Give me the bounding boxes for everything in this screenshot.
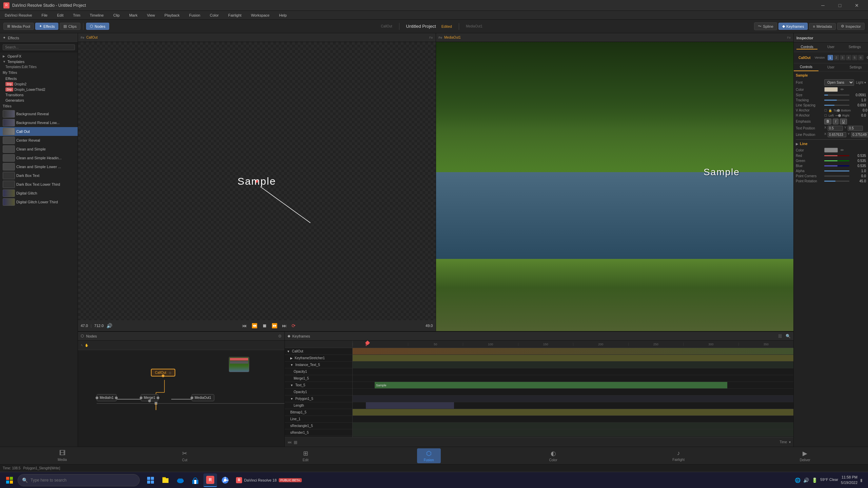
- line-color-swatch[interactable]: [824, 148, 838, 152]
- kf-tree-kfstretcher[interactable]: ▶ KeyframeStretcher1: [285, 355, 352, 362]
- kf-tree-instance-text[interactable]: ▼ Instance_Text_5: [285, 362, 352, 368]
- line-pos-x-input[interactable]: [828, 132, 846, 137]
- title-clean-simple-lower[interactable]: Clean and Simple Lower ...: [0, 162, 78, 171]
- tree-item-openFX[interactable]: ▶ OpenFX: [0, 54, 78, 59]
- menu-davinci[interactable]: DaVinci Resolve: [3, 13, 34, 18]
- kf-tree-srectangle[interactable]: sRectangle1_5: [285, 423, 352, 429]
- menu-help[interactable]: Help: [277, 13, 289, 18]
- menu-view[interactable]: View: [145, 13, 157, 18]
- title-dark-box-lower[interactable]: Dark Box Text Lower Third: [0, 180, 78, 189]
- nodes-settings-icon[interactable]: ⚙: [278, 334, 282, 339]
- red-slider[interactable]: 0.535: [824, 154, 866, 158]
- green-slider[interactable]: 0.535: [824, 159, 866, 163]
- size-slider[interactable]: 0.0591: [824, 93, 866, 97]
- loop-button[interactable]: ⟳: [290, 322, 297, 329]
- start-button[interactable]: [3, 473, 16, 487]
- menu-color[interactable]: Color: [208, 13, 221, 18]
- inspector-button[interactable]: ⚙ Inspector: [837, 23, 865, 30]
- kf-tree-callout[interactable]: ▼ CallOut: [285, 348, 352, 355]
- taskbar-clock[interactable]: 11:58 PM 5/19/2022: [841, 475, 857, 485]
- point-corners-slider[interactable]: 0.0: [824, 174, 866, 178]
- menu-edit[interactable]: Edit: [55, 13, 65, 18]
- nodes-canvas[interactable]: CallOut ◇: [78, 350, 284, 447]
- title-clean-simple[interactable]: Clean and Simple: [0, 145, 78, 154]
- nav-cut-btn[interactable]: ✂ Cut: [175, 448, 194, 463]
- kf-tree-opacity1a[interactable]: Opacity1: [285, 368, 352, 375]
- font-select[interactable]: Open Sans: [824, 79, 854, 86]
- nodes-button[interactable]: ⬡ Nodes: [86, 23, 109, 30]
- taskbar-search-input[interactable]: [31, 478, 135, 483]
- nav-fairlight-btn[interactable]: ♪ Fairlight: [666, 448, 691, 463]
- tree-item-effects[interactable]: Effects: [0, 76, 78, 81]
- taskbar-store[interactable]: [189, 473, 202, 487]
- inspector-settings-icon[interactable]: ⚙: [866, 55, 868, 60]
- menu-mark[interactable]: Mark: [127, 13, 139, 18]
- color-swatch[interactable]: [824, 87, 838, 92]
- keyframes-button[interactable]: ◆ Keyframes: [778, 23, 808, 30]
- h-anchor-checkbox[interactable]: ☐: [824, 114, 827, 117]
- nav-edit-btn[interactable]: ⊞ Edit: [296, 448, 315, 463]
- v-anchor-checkbox[interactable]: ☐: [824, 109, 827, 112]
- taskbar-explorer[interactable]: [159, 473, 172, 487]
- volume-icon[interactable]: 🔊: [106, 323, 112, 328]
- merge1-node[interactable]: Merge1: [141, 394, 158, 401]
- inspector-user-tab[interactable]: User: [818, 63, 843, 71]
- play-button[interactable]: ⏹: [261, 322, 268, 329]
- nav-color-btn[interactable]: ◐ Color: [542, 448, 564, 463]
- title-background-reveal[interactable]: Background Reveal: [0, 109, 78, 118]
- version-tab-1[interactable]: 1: [828, 55, 833, 60]
- h-anchor-slider[interactable]: [835, 115, 841, 116]
- taskbar-davinci[interactable]: R: [203, 473, 217, 487]
- line-color-picker-icon[interactable]: ✏: [841, 148, 844, 152]
- title-center-reveal[interactable]: Center Reveal: [0, 136, 78, 145]
- text-pos-y-input[interactable]: [848, 126, 863, 131]
- effects-button[interactable]: ✦ Effects: [35, 23, 58, 30]
- version-tab-2[interactable]: 2: [834, 55, 839, 60]
- kf-tree-srender[interactable]: sRender1_5: [285, 429, 352, 436]
- kf-time-dropdown[interactable]: ▾: [789, 440, 791, 444]
- line-pos-y-input[interactable]: [851, 132, 868, 137]
- menu-fairlight[interactable]: Fairlight: [226, 13, 243, 18]
- menu-file[interactable]: File: [40, 13, 50, 18]
- clips-button[interactable]: ▤ Clips: [60, 23, 80, 30]
- callout-preview-canvas[interactable]: Sample: [78, 42, 436, 320]
- kf-tree-merge15[interactable]: Merge1_5: [285, 375, 352, 382]
- callout-node[interactable]: CallOut ◇: [151, 369, 175, 377]
- go-to-end-button[interactable]: ⏭: [281, 322, 288, 329]
- kf-tree-opacity1b[interactable]: Opacity1: [285, 389, 352, 395]
- metadata-button[interactable]: ≡ Metadata: [809, 23, 835, 30]
- show-desktop-icon[interactable]: ▮: [860, 478, 863, 483]
- mediain1-node[interactable]: MediaIn1: [97, 394, 117, 401]
- title-dark-box-text[interactable]: Dark Box Text: [0, 171, 78, 180]
- point-rotation-slider[interactable]: 45.0: [824, 179, 866, 183]
- spline-button[interactable]: 〜 Spline: [754, 22, 777, 30]
- inspector-controls-tab[interactable]: Controls: [794, 63, 818, 71]
- color-picker-icon[interactable]: ✏: [841, 87, 844, 92]
- inspector-tab-controls[interactable]: Controls: [796, 45, 817, 49]
- mediaout-preview-canvas[interactable]: Sample: [436, 42, 794, 331]
- maximize-button[interactable]: □: [832, 0, 848, 11]
- media-pool-button[interactable]: ⊞ Media Pool: [3, 23, 34, 30]
- line-spacing-slider[interactable]: 0.693: [824, 103, 866, 107]
- tree-item-templates[interactable]: ▼ Templates: [0, 59, 78, 64]
- title-clean-simple-heading[interactable]: Clean and Simple Headin...: [0, 154, 78, 162]
- title-digital-glitch-lower[interactable]: Digital Glitch Lower Third: [0, 198, 78, 206]
- kf-search-icon[interactable]: 🔍: [786, 334, 791, 339]
- prev-frame-button[interactable]: ⏪: [250, 322, 259, 329]
- taskbar-edge[interactable]: [174, 473, 187, 487]
- menu-playback[interactable]: Playback: [162, 13, 182, 18]
- close-button[interactable]: ✕: [849, 0, 865, 11]
- tree-item-transitions[interactable]: Transitions: [0, 92, 78, 98]
- taskbar-chrome[interactable]: [218, 473, 232, 487]
- title-call-out[interactable]: Call Out: [0, 127, 78, 136]
- minimize-button[interactable]: ─: [815, 0, 831, 11]
- menu-fusion[interactable]: Fusion: [187, 13, 202, 18]
- tree-item-templates-edit[interactable]: Templates:Edit:Titles: [0, 64, 78, 69]
- taskbar-widgets[interactable]: [144, 473, 157, 487]
- version-tab-3[interactable]: 3: [840, 55, 845, 60]
- emphasis-italic-btn[interactable]: I: [833, 119, 839, 124]
- go-to-start-button[interactable]: ⏮: [241, 322, 248, 329]
- version-tab-5[interactable]: 5: [852, 55, 857, 60]
- nav-deliver-btn[interactable]: ▶ Deliver: [793, 448, 817, 463]
- kf-tree-polygon15[interactable]: ▼ Polygon1_5: [285, 395, 352, 402]
